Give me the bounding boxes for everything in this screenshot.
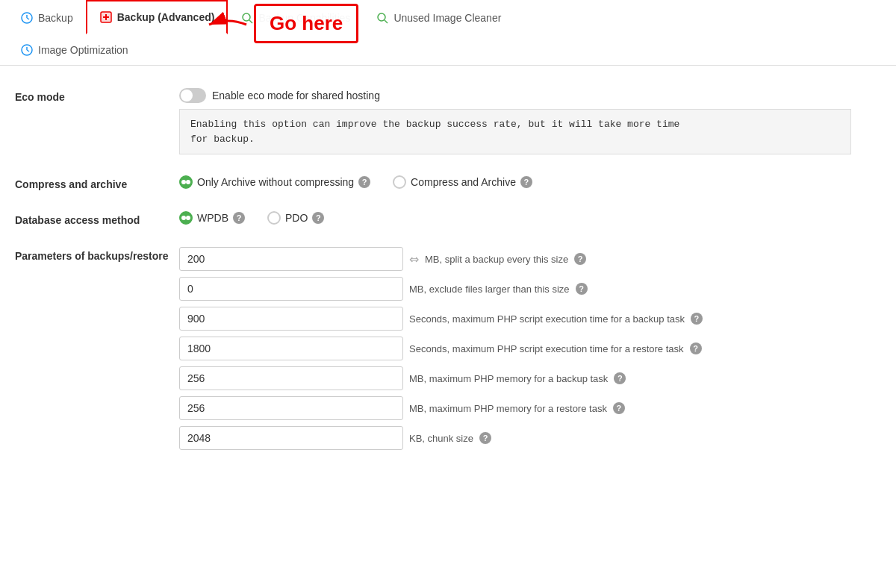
param-input-5[interactable] [179, 396, 403, 420]
database-access-label: Database access method [15, 211, 179, 226]
svg-line-10 [385, 20, 388, 23]
settings-content: Eco mode Enable eco mode for shared host… [0, 66, 896, 499]
search-green2-icon [376, 11, 389, 25]
param-help-icon-0[interactable]: ? [574, 253, 586, 265]
database-access-control: WPDB ? PDO ? [179, 211, 874, 225]
input-resize-icon-0: ⇔ [409, 252, 419, 266]
tab-capabilities[interactable]: Backup Capabilities [228, 0, 363, 34]
param-label-6: KB, chunk size [409, 433, 473, 444]
parameters-row: Parameters of backups/restore ⇔ MB, spli… [15, 247, 874, 456]
param-input-row-3: Seconds, maximum PHP script execution ti… [179, 337, 874, 360]
parameters-control: ⇔ MB, split a backup every this size ? M… [179, 247, 874, 456]
param-help-icon-1[interactable]: ? [576, 283, 588, 295]
search-green-icon [240, 11, 254, 25]
tab-unused-image-label: Unused Image Cleaner [393, 12, 501, 24]
compress-radio-group: Only Archive without compressing ? Compr… [179, 175, 874, 189]
param-input-row-0: ⇔ MB, split a backup every this size ? [179, 247, 874, 271]
eco-mode-toggle-label: Enable eco mode for shared hosting [212, 90, 380, 101]
tab-backup-advanced[interactable]: Backup (Advanced) [86, 0, 228, 34]
param-input-row-6: KB, chunk size ? [179, 426, 874, 450]
clock-icon [20, 11, 34, 25]
compress-help-icon[interactable]: ? [520, 176, 532, 188]
param-help-icon-6[interactable]: ? [479, 432, 491, 444]
compress-archive-row: Compress and archive Only Archive withou… [15, 175, 874, 190]
svg-point-7 [243, 13, 250, 21]
param-label-5: MB, maximum PHP memory for a restore tas… [409, 403, 607, 414]
radio-wpdb-label: WPDB [197, 212, 228, 224]
eco-mode-label: Eco mode [15, 88, 179, 103]
radio-option-compress[interactable]: Compress and Archive ? [393, 175, 532, 189]
eco-mode-control: Enable eco mode for shared hosting Enabl… [179, 88, 874, 154]
archive-only-help-icon[interactable]: ? [358, 176, 370, 188]
param-label-3: Seconds, maximum PHP script execution ti… [409, 343, 684, 354]
param-label-0: MB, split a backup every this size [425, 254, 568, 265]
tab-unused-image[interactable]: Unused Image Cleaner [363, 0, 514, 34]
wpdb-help-icon[interactable]: ? [233, 212, 245, 224]
clock2-icon [20, 43, 34, 57]
radio-option-archive-only[interactable]: Only Archive without compressing ? [179, 175, 370, 189]
radio-wpdb-indicator [179, 211, 193, 225]
param-input-1[interactable] [179, 277, 403, 301]
tab-backup[interactable]: Backup [7, 0, 86, 34]
tab-bar: Backup Backup (Advanced) Backup Capabili… [0, 0, 896, 66]
svg-point-9 [378, 13, 385, 21]
param-input-row-4: MB, maximum PHP memory for a backup task… [179, 366, 874, 390]
svg-line-13 [27, 50, 29, 51]
compress-archive-control: Only Archive without compressing ? Compr… [179, 175, 874, 189]
eco-mode-row: Eco mode Enable eco mode for shared host… [15, 88, 874, 154]
param-input-row-1: MB, exclude files larger than this size … [179, 277, 874, 301]
eco-mode-description: Enabling this option can improve the bac… [179, 109, 851, 154]
radio-archive-only-label: Only Archive without compressing [197, 176, 354, 188]
compress-archive-label: Compress and archive [15, 175, 179, 190]
param-label-2: Seconds, maximum PHP script execution ti… [409, 313, 685, 325]
svg-line-8 [249, 20, 252, 23]
param-label-1: MB, exclude files larger than this size [409, 284, 570, 295]
param-input-3[interactable] [179, 337, 403, 360]
parameters-label: Parameters of backups/restore [15, 247, 179, 262]
param-help-icon-5[interactable]: ? [613, 402, 625, 414]
advanced-icon [99, 10, 113, 24]
svg-line-2 [27, 18, 29, 19]
database-access-row: Database access method WPDB ? PDO ? [15, 211, 874, 226]
param-help-icon-4[interactable]: ? [614, 372, 626, 384]
database-radio-group: WPDB ? PDO ? [179, 211, 874, 225]
radio-archive-only-indicator [179, 175, 193, 189]
param-help-icon-3[interactable]: ? [690, 343, 702, 354]
radio-option-pdo[interactable]: PDO ? [267, 211, 324, 225]
param-help-icon-2[interactable]: ? [691, 313, 703, 325]
radio-compress-label: Compress and Archive [411, 176, 516, 188]
tab-backup-label: Backup [38, 12, 73, 24]
param-input-6[interactable] [179, 426, 403, 450]
tab-image-optimization[interactable]: Image Optimization [7, 34, 141, 66]
tab-image-optimization-label: Image Optimization [38, 44, 128, 56]
eco-mode-toggle[interactable] [179, 88, 206, 103]
radio-pdo-indicator [267, 211, 281, 225]
param-input-row-5: MB, maximum PHP memory for a restore tas… [179, 396, 874, 420]
tab-backup-advanced-label: Backup (Advanced) [117, 11, 215, 23]
radio-compress-indicator [393, 175, 406, 189]
param-input-4[interactable] [179, 366, 403, 390]
pdo-help-icon[interactable]: ? [312, 212, 324, 224]
param-input-2[interactable] [179, 307, 403, 331]
param-label-4: MB, maximum PHP memory for a backup task [409, 373, 608, 384]
radio-pdo-label: PDO [285, 212, 308, 224]
tab-capabilities-label: Backup Capabilities [258, 12, 350, 24]
param-input-0[interactable] [179, 247, 403, 271]
param-input-row-2: Seconds, maximum PHP script execution ti… [179, 307, 874, 331]
radio-option-wpdb[interactable]: WPDB ? [179, 211, 245, 225]
